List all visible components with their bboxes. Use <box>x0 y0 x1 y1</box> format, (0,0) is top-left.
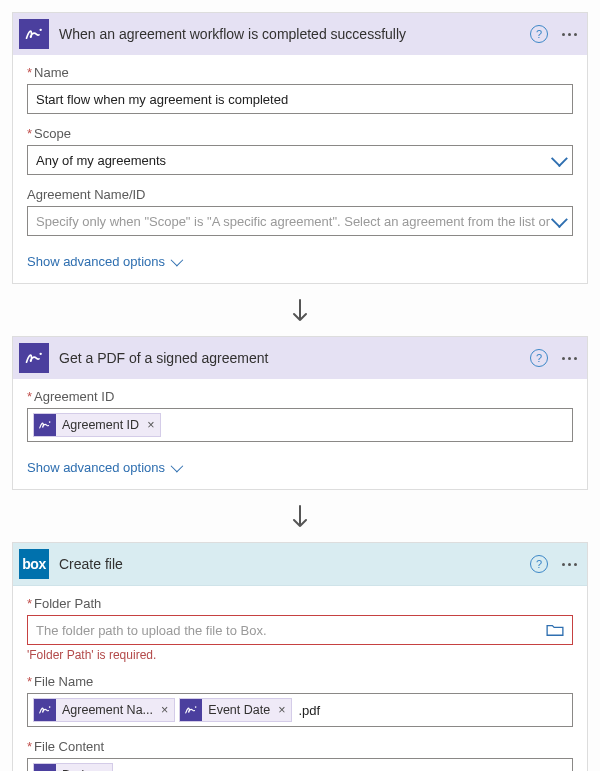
show-advanced-link[interactable]: Show advanced options <box>13 252 194 283</box>
more-icon[interactable] <box>562 33 577 36</box>
agreementid-input[interactable]: Agreement ID × <box>27 408 573 442</box>
scope-select[interactable]: Any of my agreements <box>27 145 573 175</box>
adobe-sign-icon <box>34 764 56 771</box>
folderpath-input[interactable]: The folder path to upload the file to Bo… <box>27 615 573 645</box>
trigger-step: When an agreement workflow is completed … <box>12 12 588 284</box>
getpdf-title: Get a PDF of a signed agreement <box>59 350 520 366</box>
token-remove-icon[interactable]: × <box>161 703 168 717</box>
help-icon[interactable]: ? <box>530 349 548 367</box>
getpdf-header[interactable]: Get a PDF of a signed agreement ? <box>13 337 587 379</box>
more-icon[interactable] <box>562 563 577 566</box>
agreement-label: Agreement Name/ID <box>27 187 573 202</box>
name-label: Name <box>27 65 573 80</box>
token-remove-icon[interactable]: × <box>147 418 154 432</box>
chevron-down-icon <box>171 460 184 473</box>
filecontent-input[interactable]: Body × <box>27 758 573 771</box>
filename-label: File Name <box>27 674 573 689</box>
svg-point-1 <box>40 353 42 355</box>
svg-point-0 <box>40 29 42 31</box>
more-icon[interactable] <box>562 357 577 360</box>
svg-point-4 <box>195 706 197 708</box>
chevron-down-icon <box>171 254 184 267</box>
adobe-sign-icon <box>19 343 49 373</box>
trigger-header[interactable]: When an agreement workflow is completed … <box>13 13 587 55</box>
filecontent-label: File Content <box>27 739 573 754</box>
folderpath-label: Folder Path <box>27 596 573 611</box>
token-agreement-id[interactable]: Agreement ID × <box>33 413 161 437</box>
adobe-sign-icon <box>180 699 202 721</box>
flow-arrow <box>12 292 588 336</box>
adobe-sign-icon <box>19 19 49 49</box>
createfile-title: Create file <box>59 556 520 572</box>
flow-arrow <box>12 498 588 542</box>
svg-point-2 <box>49 421 51 423</box>
adobe-sign-icon <box>34 414 56 436</box>
token-agreement-name[interactable]: Agreement Na... × <box>33 698 175 722</box>
agreementid-label: Agreement ID <box>27 389 573 404</box>
getpdf-step: Get a PDF of a signed agreement ? Agreem… <box>12 336 588 490</box>
show-advanced-link[interactable]: Show advanced options <box>13 458 194 489</box>
folder-icon[interactable] <box>546 623 564 637</box>
createfile-header[interactable]: box Create file ? <box>13 543 587 586</box>
folderpath-error: 'Folder Path' is required. <box>27 648 573 662</box>
help-icon[interactable]: ? <box>530 555 548 573</box>
scope-label: Scope <box>27 126 573 141</box>
token-event-date[interactable]: Event Date × <box>179 698 292 722</box>
chevron-down-icon <box>551 211 568 228</box>
adobe-sign-icon <box>34 699 56 721</box>
agreement-select[interactable]: Specify only when "Scope" is "A specific… <box>27 206 573 236</box>
filename-suffix: .pdf <box>296 703 320 718</box>
help-icon[interactable]: ? <box>530 25 548 43</box>
name-input[interactable]: Start flow when my agreement is complete… <box>27 84 573 114</box>
box-icon: box <box>19 549 49 579</box>
trigger-title: When an agreement workflow is completed … <box>59 26 520 42</box>
filename-input[interactable]: Agreement Na... × Event Date × .pdf <box>27 693 573 727</box>
token-body[interactable]: Body × <box>33 763 113 771</box>
svg-point-3 <box>49 706 51 708</box>
createfile-step: box Create file ? Folder Path The folder… <box>12 542 588 771</box>
chevron-down-icon <box>551 150 568 167</box>
token-remove-icon[interactable]: × <box>278 703 285 717</box>
